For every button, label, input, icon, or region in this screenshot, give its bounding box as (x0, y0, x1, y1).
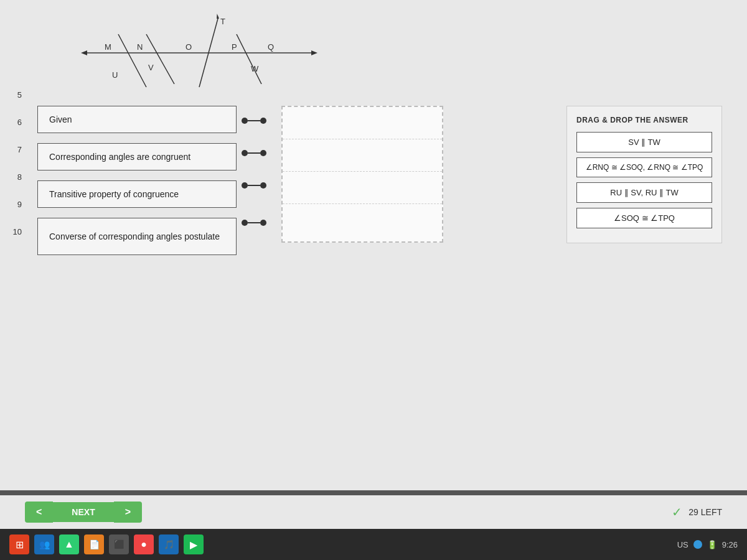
connector-line-1 (248, 120, 260, 121)
reason-drop-3[interactable] (283, 172, 442, 204)
dot-right-2 (260, 150, 266, 156)
svg-text:M: M (105, 42, 111, 52)
taskbar-time: 9:26 (722, 540, 738, 549)
bottom-bar (0, 490, 747, 495)
dot-left-3 (242, 182, 248, 189)
taskbar-icon-docs[interactable]: 📄 (84, 534, 104, 554)
dot-right-1 (260, 118, 266, 124)
svg-text:T: T (220, 17, 225, 26)
sidebar-num-7: 7 (6, 136, 25, 163)
statement-corresponding[interactable]: Corresponding angles are congruent (37, 143, 237, 170)
drag-drop-title: DRAG & DROP THE ANSWER (576, 116, 712, 124)
taskbar-icon-chrome[interactable]: ● (134, 534, 154, 554)
svg-line-15 (237, 34, 261, 84)
dot-right-3 (260, 182, 266, 189)
main-content: 5 6 7 8 9 10 M N O P Q (0, 0, 747, 490)
proof-container: Given Corresponding angles are congruent… (37, 106, 722, 260)
reason-drop-2[interactable] (283, 139, 442, 172)
reason-drop-1[interactable] (283, 107, 442, 139)
sidebar-num-9: 9 (6, 190, 25, 218)
sidebar-num-8: 8 (6, 163, 25, 190)
dot-left-2 (242, 150, 248, 156)
reason-drop-4[interactable] (283, 204, 442, 241)
sidebar-num-10: 10 (6, 218, 25, 245)
next-button[interactable]: NEXT (53, 502, 113, 522)
geometry-diagram: M N O P Q T U V W (75, 12, 336, 93)
diagram-svg: M N O P Q T U V W (75, 12, 336, 93)
svg-text:P: P (232, 42, 237, 52)
connector-row-2 (242, 139, 266, 167)
check-icon: ✓ (672, 505, 682, 520)
prev-button[interactable]: < (25, 502, 53, 523)
reasons-drop-column (281, 106, 443, 243)
nav-bar: < NEXT > ✓ 29 LEFT (0, 495, 747, 529)
statement-given[interactable]: Given (37, 106, 237, 133)
dot-right-4 (260, 220, 266, 226)
battery-icon: 🔋 (707, 540, 717, 549)
taskbar-icon-app7[interactable]: 🎵 (159, 534, 179, 554)
taskbar-locale: US (677, 540, 688, 549)
connector-row-3 (242, 172, 266, 199)
svg-text:W: W (251, 64, 259, 73)
svg-marker-1 (81, 50, 87, 55)
dot-left-1 (242, 118, 248, 124)
sidebar-num-5: 5 (6, 81, 25, 108)
svg-text:Q: Q (268, 42, 274, 52)
check-area: ✓ 29 LEFT (672, 505, 722, 520)
statement-transitive[interactable]: Transitive property of congruence (37, 180, 237, 208)
svg-text:O: O (186, 42, 192, 52)
connector-line-2 (248, 152, 260, 154)
statement-converse[interactable]: Converse of corresponding angles postula… (37, 218, 237, 255)
connector-line-3 (248, 185, 260, 186)
connectors-area (242, 107, 266, 241)
taskbar-right: US 🔋 9:26 (677, 540, 738, 549)
svg-text:N: N (137, 42, 143, 52)
answer-chip-sv-tw[interactable]: SV ∥ TW (576, 132, 712, 152)
dot-left-4 (242, 220, 248, 226)
answer-chip-rnq-soq[interactable]: ∠RNQ ≅ ∠SOQ, ∠RNQ ≅ ∠TPQ (576, 157, 712, 177)
taskbar-icon-play[interactable]: ▶ (184, 534, 204, 554)
svg-marker-2 (311, 50, 317, 55)
svg-text:U: U (112, 70, 118, 80)
connector-line-4 (248, 222, 260, 223)
sidebar-numbers: 5 6 7 8 9 10 (6, 81, 25, 245)
taskbar-icon-drive[interactable]: ▲ (59, 534, 79, 554)
drag-drop-panel: DRAG & DROP THE ANSWER SV ∥ TW ∠RNQ ≅ ∠S… (566, 106, 722, 243)
answer-chip-soq-tpq[interactable]: ∠SOQ ≅ ∠TPQ (576, 208, 712, 228)
taskbar-icon-teams[interactable]: 👥 (34, 534, 54, 554)
svg-text:V: V (148, 63, 154, 72)
statements-column: Given Corresponding angles are congruent… (37, 106, 237, 260)
left-count: 29 LEFT (688, 507, 722, 517)
connector-row-1 (242, 107, 266, 134)
screen: 5 6 7 8 9 10 M N O P Q (0, 0, 747, 560)
wifi-icon (693, 540, 702, 549)
connector-row-4 (242, 204, 266, 241)
svg-line-13 (146, 34, 174, 84)
taskbar-icon-office[interactable]: ⊞ (9, 534, 29, 554)
taskbar-icon-app5[interactable]: ⬛ (109, 534, 129, 554)
next-arrow-button[interactable]: > (114, 502, 142, 523)
sidebar-num-6: 6 (6, 108, 25, 136)
answer-chip-ru-sv[interactable]: RU ∥ SV, RU ∥ TW (576, 182, 712, 203)
taskbar: ⊞ 👥 ▲ 📄 ⬛ ● 🎵 ▶ US 🔋 9:26 (0, 529, 747, 560)
